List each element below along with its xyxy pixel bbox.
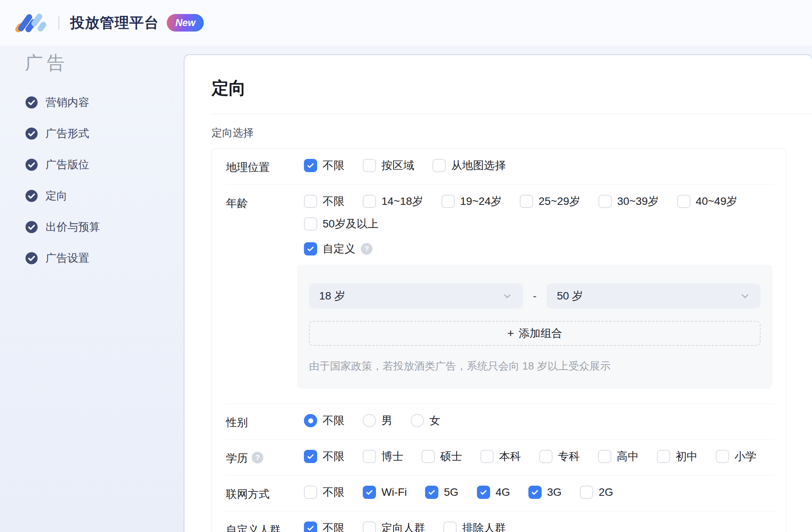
sidebar-item-label: 广告形式 bbox=[46, 126, 89, 141]
sidebar-item-label: 广告版位 bbox=[46, 157, 89, 172]
option-label: 14~18岁 bbox=[381, 194, 423, 209]
checkbox-unchecked[interactable] bbox=[363, 521, 376, 532]
checkbox-option[interactable]: 不限 bbox=[304, 449, 344, 464]
checkbox-unchecked[interactable] bbox=[363, 450, 376, 463]
sidebar-item-ad-placement[interactable]: 广告版位 bbox=[25, 149, 184, 180]
checkbox-unchecked[interactable] bbox=[716, 450, 729, 463]
checkbox-checked-icon[interactable] bbox=[304, 450, 317, 463]
section-label: 定向选择 bbox=[212, 126, 812, 140]
checkbox-option[interactable]: 50岁及以上 bbox=[304, 217, 378, 231]
age-custom-panel: 18 岁 - 50 岁 + 添加组合 bbox=[297, 265, 773, 389]
checkbox-option[interactable]: 5G bbox=[425, 486, 458, 499]
checkbox-option[interactable]: 从地图选择 bbox=[432, 158, 506, 173]
radio-option[interactable]: 女 bbox=[411, 413, 440, 428]
sidebar-item-targeting[interactable]: 定向 bbox=[25, 180, 184, 211]
checkbox-unchecked[interactable] bbox=[443, 521, 457, 532]
checkbox-option[interactable]: 25~29岁 bbox=[520, 194, 580, 209]
checkbox-option[interactable]: 定向人群 bbox=[363, 521, 425, 532]
check-circle-icon bbox=[25, 96, 38, 109]
checkbox-option[interactable]: 按区域 bbox=[363, 158, 414, 173]
option-label: 不限 bbox=[323, 521, 344, 532]
checkbox-option[interactable]: 硕士 bbox=[422, 449, 462, 464]
checkbox-unchecked[interactable] bbox=[677, 195, 690, 208]
checkbox-unchecked[interactable] bbox=[480, 450, 494, 463]
checkbox-option[interactable]: 30~39岁 bbox=[598, 194, 659, 209]
age-to-select[interactable]: 50 岁 bbox=[547, 284, 761, 308]
checkbox-option[interactable]: 3G bbox=[528, 486, 561, 499]
checkbox-unchecked[interactable] bbox=[598, 195, 612, 208]
radio-unchecked[interactable] bbox=[411, 414, 424, 427]
radio-option[interactable]: 男 bbox=[363, 413, 392, 428]
checkbox-option[interactable]: 不限 bbox=[304, 194, 344, 209]
sidebar: 广告 营销内容 广告形式 广告版位 定向 出价与预算 bbox=[0, 46, 184, 532]
row-label-audience: 自定义人群 bbox=[226, 524, 281, 532]
row-label-education: 学历 bbox=[226, 451, 248, 466]
header-divider bbox=[58, 16, 59, 30]
add-combination-button[interactable]: + 添加组合 bbox=[309, 321, 761, 346]
checkbox-unchecked[interactable] bbox=[363, 159, 376, 172]
checkbox-option[interactable]: 40~49岁 bbox=[677, 194, 738, 209]
option-label: 按区域 bbox=[381, 158, 414, 173]
checkbox-checked-icon[interactable] bbox=[477, 486, 490, 499]
sidebar-item-label: 出价与预算 bbox=[46, 220, 100, 234]
checkbox-unchecked[interactable] bbox=[520, 195, 533, 208]
checkbox-option[interactable]: 博士 bbox=[363, 449, 403, 464]
checkbox-unchecked[interactable] bbox=[304, 486, 317, 499]
checkbox-option[interactable]: 不限 bbox=[304, 485, 344, 500]
sidebar-item-marketing-content[interactable]: 营销内容 bbox=[25, 87, 184, 118]
radio-option[interactable]: 不限 bbox=[304, 413, 344, 428]
page-title: 定向 bbox=[212, 77, 812, 100]
option-label: 19~24岁 bbox=[460, 194, 502, 209]
help-icon[interactable]: ? bbox=[361, 243, 372, 255]
checkbox-checked-icon[interactable] bbox=[304, 159, 317, 172]
checkbox-unchecked[interactable] bbox=[441, 195, 455, 208]
checkbox-unchecked[interactable] bbox=[432, 159, 446, 172]
sidebar-item-ad-format[interactable]: 广告形式 bbox=[25, 118, 184, 149]
checkbox-unchecked[interactable] bbox=[598, 450, 611, 463]
checkbox-unchecked[interactable] bbox=[304, 217, 317, 231]
option-label: 40~49岁 bbox=[696, 194, 738, 209]
checkbox-checked-icon[interactable] bbox=[425, 486, 438, 499]
checkbox-option[interactable]: 初中 bbox=[657, 449, 697, 464]
checkbox-option[interactable]: 自定义 bbox=[304, 241, 355, 256]
checkbox-option[interactable]: 不限 bbox=[304, 521, 344, 532]
checkbox-option[interactable]: 专科 bbox=[539, 449, 580, 464]
row-audience: 自定义人群 ? 不限定向人群排除人群 bbox=[226, 511, 774, 532]
checkbox-unchecked[interactable] bbox=[363, 195, 376, 208]
checkbox-option[interactable]: 小学 bbox=[716, 449, 756, 464]
add-combination-label: 添加组合 bbox=[519, 326, 562, 341]
checkbox-unchecked[interactable] bbox=[657, 450, 670, 463]
sidebar-item-bid-budget[interactable]: 出价与预算 bbox=[25, 211, 184, 243]
checkbox-option[interactable]: 不限 bbox=[304, 158, 344, 173]
checkbox-option[interactable]: 排除人群 bbox=[443, 521, 506, 532]
checkbox-option[interactable]: Wi-Fi bbox=[363, 486, 407, 499]
row-gender: 性别 不限男女 bbox=[226, 403, 774, 439]
age-to-value: 50 岁 bbox=[557, 289, 583, 303]
checkbox-checked-icon[interactable] bbox=[363, 486, 376, 499]
checkbox-unchecked[interactable] bbox=[580, 486, 593, 499]
checkbox-option[interactable]: 14~18岁 bbox=[363, 194, 423, 209]
checkbox-option[interactable]: 高中 bbox=[598, 449, 639, 464]
checkbox-checked-icon[interactable] bbox=[304, 521, 317, 532]
option-label: 初中 bbox=[676, 449, 697, 464]
option-label: 3G bbox=[547, 486, 561, 499]
radio-unchecked[interactable] bbox=[363, 414, 376, 427]
checkbox-checked-icon[interactable] bbox=[304, 242, 317, 255]
sidebar-step-list: 营销内容 广告形式 广告版位 定向 出价与预算 广告设置 bbox=[25, 87, 184, 274]
checkbox-unchecked[interactable] bbox=[539, 450, 553, 463]
checkbox-unchecked[interactable] bbox=[422, 450, 435, 463]
checkbox-checked-icon[interactable] bbox=[528, 486, 542, 499]
age-from-select[interactable]: 18 岁 bbox=[309, 284, 523, 308]
option-label: 从地图选择 bbox=[451, 158, 506, 173]
option-label: 博士 bbox=[381, 449, 403, 464]
checkbox-option[interactable]: 本科 bbox=[480, 449, 521, 464]
sidebar-item-ad-settings[interactable]: 广告设置 bbox=[25, 243, 184, 274]
radio-checked-icon[interactable] bbox=[304, 414, 317, 427]
help-icon[interactable]: ? bbox=[252, 452, 263, 463]
checkbox-option[interactable]: 2G bbox=[580, 486, 613, 499]
checkbox-option[interactable]: 19~24岁 bbox=[441, 194, 502, 209]
checkbox-unchecked[interactable] bbox=[304, 195, 317, 208]
chevron-down-icon bbox=[502, 291, 513, 301]
checkbox-option[interactable]: 4G bbox=[477, 486, 510, 499]
row-age: 年龄 不限14~18岁19~24岁25~29岁30~39岁40~49岁50岁及以… bbox=[226, 184, 774, 403]
